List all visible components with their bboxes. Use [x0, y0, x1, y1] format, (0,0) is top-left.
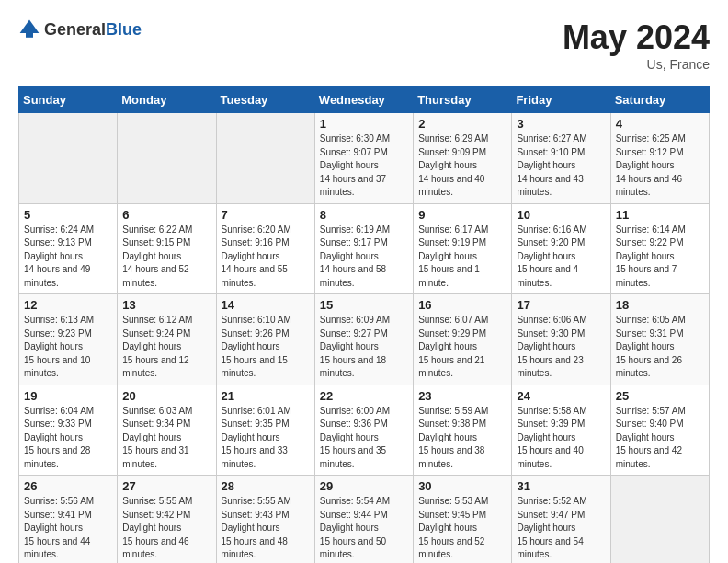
- day-number: 1: [320, 117, 408, 131]
- daylight-label: Daylight hours: [24, 432, 83, 442]
- calendar-cell: 14Sunrise: 6:10 AMSunset: 9:26 PMDayligh…: [216, 294, 314, 385]
- calendar-cell: 26Sunrise: 5:56 AMSunset: 9:41 PMDayligh…: [19, 476, 118, 564]
- daylight-value: 15 hours and 23 minutes.: [517, 355, 583, 379]
- week-row-5: 26Sunrise: 5:56 AMSunset: 9:41 PMDayligh…: [19, 476, 710, 564]
- daylight-value: 15 hours and 54 minutes.: [517, 536, 583, 560]
- day-info: Sunrise: 6:14 AMSunset: 9:22 PMDaylight …: [616, 224, 704, 291]
- sunset-label: Sunset: 9:30 PM: [517, 328, 585, 339]
- day-info: Sunrise: 6:09 AMSunset: 9:27 PMDaylight …: [320, 314, 408, 381]
- calendar-cell: 21Sunrise: 6:01 AMSunset: 9:35 PMDayligh…: [216, 385, 314, 476]
- daylight-value: 15 hours and 7 minutes.: [616, 264, 677, 288]
- daylight-label: Daylight hours: [222, 523, 280, 533]
- logo: GeneralBlue: [18, 18, 142, 40]
- daylight-label: Daylight hours: [418, 251, 477, 261]
- daylight-value: 15 hours and 40 minutes.: [517, 445, 583, 469]
- day-info: Sunrise: 6:04 AMSunset: 9:33 PMDaylight …: [24, 405, 112, 472]
- daylight-label: Daylight hours: [517, 432, 575, 442]
- day-number: 22: [320, 389, 408, 403]
- month-title: May 2024: [563, 18, 710, 57]
- sunset-label: Sunset: 9:10 PM: [517, 147, 585, 157]
- daylight-label: Daylight hours: [222, 251, 280, 261]
- day-info: Sunrise: 6:07 AMSunset: 9:29 PMDaylight …: [418, 314, 506, 381]
- calendar-cell: 8Sunrise: 6:19 AMSunset: 9:17 PMDaylight…: [314, 203, 413, 294]
- week-row-4: 19Sunrise: 6:04 AMSunset: 9:33 PMDayligh…: [19, 385, 710, 476]
- sunrise-label: Sunrise: 6:13 AM: [24, 315, 94, 325]
- day-number: 18: [616, 298, 704, 312]
- calendar-cell: 23Sunrise: 5:59 AMSunset: 9:38 PMDayligh…: [414, 385, 512, 476]
- day-number: 23: [418, 389, 506, 403]
- daylight-label: Daylight hours: [122, 523, 181, 533]
- calendar-cell: 7Sunrise: 6:20 AMSunset: 9:16 PMDaylight…: [216, 203, 314, 294]
- sunrise-label: Sunrise: 6:30 AM: [320, 133, 390, 144]
- sunrise-label: Sunrise: 6:04 AM: [24, 406, 94, 416]
- day-info: Sunrise: 6:24 AMSunset: 9:13 PMDaylight …: [24, 224, 112, 291]
- day-info: Sunrise: 6:00 AMSunset: 9:36 PMDaylight …: [320, 405, 408, 472]
- daylight-value: 15 hours and 31 minutes.: [122, 445, 188, 469]
- daylight-label: Daylight hours: [320, 432, 379, 442]
- logo-general: General: [44, 20, 106, 39]
- daylight-label: Daylight hours: [517, 251, 575, 261]
- day-info: Sunrise: 6:16 AMSunset: 9:20 PMDaylight …: [517, 224, 605, 291]
- day-number: 7: [222, 208, 310, 222]
- daylight-label: Daylight hours: [222, 432, 280, 442]
- sunrise-label: Sunrise: 6:22 AM: [122, 224, 192, 235]
- sunset-label: Sunset: 9:41 PM: [24, 510, 92, 520]
- daylight-label: Daylight hours: [122, 432, 181, 442]
- day-info: Sunrise: 6:13 AMSunset: 9:23 PMDaylight …: [24, 314, 112, 381]
- calendar-cell: 25Sunrise: 5:57 AMSunset: 9:40 PMDayligh…: [610, 385, 709, 476]
- sunset-label: Sunset: 9:13 PM: [24, 237, 92, 247]
- day-header-wednesday: Wednesday: [314, 87, 413, 113]
- sunset-label: Sunset: 9:15 PM: [122, 237, 190, 247]
- daylight-value: 15 hours and 1 minute.: [418, 264, 480, 288]
- daylight-label: Daylight hours: [418, 523, 477, 533]
- sunset-label: Sunset: 9:27 PM: [320, 328, 388, 339]
- sunrise-label: Sunrise: 5:55 AM: [122, 496, 192, 506]
- day-number: 25: [616, 389, 704, 403]
- page-header: GeneralBlue May 2024 Us, France: [18, 18, 710, 72]
- location-title: Us, France: [563, 57, 710, 72]
- day-number: 27: [122, 479, 210, 493]
- day-number: 5: [24, 208, 112, 222]
- day-number: 8: [320, 208, 408, 222]
- daylight-value: 15 hours and 42 minutes.: [616, 445, 682, 469]
- day-info: Sunrise: 6:30 AMSunset: 9:07 PMDaylight …: [320, 132, 408, 200]
- daylight-value: 15 hours and 35 minutes.: [320, 445, 386, 469]
- day-info: Sunrise: 6:06 AMSunset: 9:30 PMDaylight …: [517, 314, 605, 381]
- logo-blue: Blue: [106, 20, 142, 39]
- day-info: Sunrise: 6:01 AMSunset: 9:35 PMDaylight …: [222, 405, 310, 472]
- day-info: Sunrise: 5:55 AMSunset: 9:43 PMDaylight …: [222, 495, 310, 562]
- day-number: 28: [222, 479, 310, 493]
- sunset-label: Sunset: 9:39 PM: [517, 419, 585, 429]
- sunrise-label: Sunrise: 5:52 AM: [517, 496, 586, 506]
- daylight-value: 15 hours and 21 minutes.: [418, 355, 484, 379]
- day-info: Sunrise: 6:03 AMSunset: 9:34 PMDaylight …: [122, 405, 210, 472]
- calendar-cell: 2Sunrise: 6:29 AMSunset: 9:09 PMDaylight…: [414, 113, 512, 204]
- daylight-label: Daylight hours: [517, 341, 575, 351]
- day-info: Sunrise: 6:10 AMSunset: 9:26 PMDaylight …: [222, 314, 310, 381]
- week-row-3: 12Sunrise: 6:13 AMSunset: 9:23 PMDayligh…: [19, 294, 710, 385]
- day-number: 26: [24, 479, 112, 493]
- day-info: Sunrise: 5:54 AMSunset: 9:44 PMDaylight …: [320, 495, 408, 562]
- daylight-value: 15 hours and 46 minutes.: [122, 536, 188, 560]
- daylight-value: 15 hours and 50 minutes.: [320, 536, 386, 560]
- daylight-value: 15 hours and 12 minutes.: [122, 355, 188, 379]
- calendar-cell: 19Sunrise: 6:04 AMSunset: 9:33 PMDayligh…: [19, 385, 118, 476]
- day-info: Sunrise: 6:27 AMSunset: 9:10 PMDaylight …: [517, 132, 605, 200]
- sunrise-label: Sunrise: 6:27 AM: [517, 133, 586, 144]
- day-info: Sunrise: 5:52 AMSunset: 9:47 PMDaylight …: [517, 495, 605, 562]
- sunrise-label: Sunrise: 5:58 AM: [517, 406, 586, 416]
- daylight-label: Daylight hours: [517, 523, 575, 533]
- calendar-cell: 11Sunrise: 6:14 AMSunset: 9:22 PMDayligh…: [610, 203, 709, 294]
- daylight-label: Daylight hours: [24, 523, 83, 533]
- calendar-cell: [610, 476, 709, 564]
- sunrise-label: Sunrise: 6:16 AM: [517, 224, 586, 235]
- sunrise-label: Sunrise: 6:20 AM: [222, 224, 291, 235]
- sunset-label: Sunset: 9:20 PM: [517, 237, 585, 247]
- daylight-label: Daylight hours: [616, 432, 675, 442]
- day-info: Sunrise: 6:17 AMSunset: 9:19 PMDaylight …: [418, 224, 506, 291]
- daylight-value: 15 hours and 4 minutes.: [517, 264, 578, 288]
- daylight-value: 14 hours and 46 minutes.: [616, 174, 682, 198]
- day-header-saturday: Saturday: [610, 87, 709, 113]
- daylight-label: Daylight hours: [320, 251, 379, 261]
- day-info: Sunrise: 5:58 AMSunset: 9:39 PMDaylight …: [517, 405, 605, 472]
